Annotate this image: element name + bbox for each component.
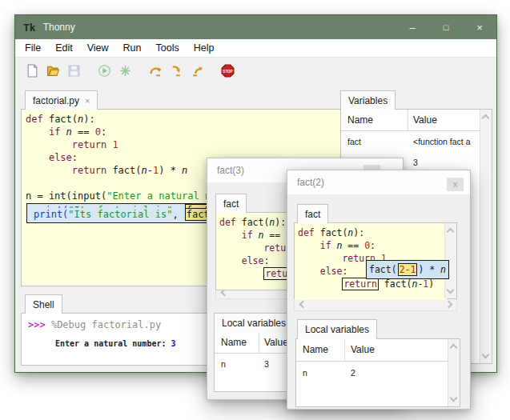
shell-tab-label: Shell xyxy=(33,299,54,310)
variable-row-value[interactable]: <function fact a xyxy=(413,137,480,146)
shell-stdout: Enter a natural number: xyxy=(55,339,171,348)
local-col-value[interactable]: Value xyxy=(351,344,375,355)
tab-close-icon[interactable]: × xyxy=(85,96,90,106)
toolbar: STOP xyxy=(15,57,496,84)
scroll-left-icon[interactable] xyxy=(297,300,305,308)
step-over-icon[interactable] xyxy=(148,63,163,78)
menu-item-view[interactable]: View xyxy=(80,41,116,55)
menubar: File Edit View Run Tools Help xyxy=(15,39,496,57)
local-row-name[interactable]: n xyxy=(303,368,341,378)
column-divider[interactable] xyxy=(344,339,345,361)
open-file-icon[interactable] xyxy=(46,63,61,78)
local-col-value[interactable]: Value xyxy=(264,337,288,348)
variables-scrollbar[interactable] xyxy=(480,110,492,363)
evaluated-expression: fact(2-1) * n xyxy=(369,264,446,275)
evaluated-expression-box: fact(2-1) * n xyxy=(366,260,449,279)
scroll-down-icon[interactable] xyxy=(481,352,489,360)
desktop: Tk Thonny – □ × File Edit View Run Tools… xyxy=(0,0,510,420)
menu-item-file[interactable]: File xyxy=(18,41,48,55)
column-divider[interactable] xyxy=(259,333,259,353)
thonny-logo-icon: Tk xyxy=(23,22,36,34)
debug-frame-window-fact2: fact(2) x fact def fact(n): if n == 0: r… xyxy=(287,170,471,410)
local-row-value[interactable]: 2 xyxy=(351,368,415,378)
variable-row-value[interactable]: 3 xyxy=(413,158,480,167)
shell-prompt: >>> xyxy=(28,319,46,330)
scroll-up-icon[interactable] xyxy=(481,113,489,121)
variables-tab[interactable]: Variables xyxy=(340,90,396,110)
variables-col-value[interactable]: Value xyxy=(413,114,437,126)
step-out-icon[interactable] xyxy=(190,63,205,78)
debug-script-icon[interactable] xyxy=(118,63,133,78)
step-into-icon[interactable] xyxy=(169,63,184,78)
header-underline xyxy=(341,130,480,131)
variables-col-name[interactable]: Name xyxy=(347,114,373,126)
local-variables-tab[interactable]: Local variables xyxy=(297,319,377,339)
stop-icon[interactable]: STOP xyxy=(220,63,235,78)
function-tab-label: fact xyxy=(305,209,320,220)
titlebar[interactable]: Tk Thonny – □ × xyxy=(15,15,496,39)
shell-tab[interactable]: Shell xyxy=(25,294,62,314)
minimize-button[interactable]: – xyxy=(396,15,429,39)
function-tab-label: fact xyxy=(223,198,239,210)
close-button[interactable]: × xyxy=(463,15,496,39)
new-file-icon[interactable] xyxy=(25,63,40,78)
window-title: Thonny xyxy=(43,22,75,33)
local-variables-scrollbar[interactable] xyxy=(448,339,460,406)
maximize-button[interactable]: □ xyxy=(429,15,463,39)
menu-item-run[interactable]: Run xyxy=(116,41,149,55)
svg-text:STOP: STOP xyxy=(223,70,232,74)
local-variables-tab-label: Local variables xyxy=(305,324,369,335)
scroll-right-icon[interactable] xyxy=(446,300,454,308)
editor-tab-factorial[interactable]: factorial.py × xyxy=(25,90,98,110)
scroll-down-icon[interactable] xyxy=(446,287,454,295)
local-col-name[interactable]: Name xyxy=(221,337,247,348)
function-tab-fact[interactable]: fact xyxy=(215,194,247,213)
scroll-up-icon[interactable] xyxy=(449,342,457,350)
window-controls: – □ × xyxy=(396,15,496,39)
dialog-titlebar[interactable]: fact(2) x xyxy=(287,170,470,194)
local-variables-tab[interactable]: Local variables xyxy=(214,313,294,333)
run-script-icon[interactable] xyxy=(97,63,112,78)
local-col-name[interactable]: Name xyxy=(303,344,328,355)
close-button[interactable]: x xyxy=(447,178,464,191)
column-divider[interactable] xyxy=(408,110,408,130)
menu-item-tools[interactable]: Tools xyxy=(149,41,187,55)
save-file-icon[interactable] xyxy=(66,63,82,78)
active-statement-code: print("Its factorial is", fact(3)) xyxy=(34,208,235,221)
local-variables-tab-label: Local variables xyxy=(222,318,286,329)
scroll-up-icon[interactable] xyxy=(446,226,454,234)
dialog-title: fact(3) xyxy=(217,165,244,176)
header-underline xyxy=(296,361,448,362)
editor-tab-label: factorial.py xyxy=(33,95,79,106)
shell-stdin-echo: 3 xyxy=(171,339,176,348)
local-row-name[interactable]: n xyxy=(221,359,256,369)
local-variables-table: Name Value n 2 xyxy=(295,338,460,407)
function-tab-fact[interactable]: fact xyxy=(297,204,328,223)
variables-tab-label: Variables xyxy=(348,95,388,106)
menu-item-edit[interactable]: Edit xyxy=(48,41,80,55)
shell-command: %Debug factorial.py xyxy=(51,319,161,330)
variable-row-name[interactable]: fact xyxy=(347,137,404,146)
scroll-down-icon[interactable] xyxy=(449,395,457,403)
dialog-title: fact(2) xyxy=(297,177,324,188)
menu-item-help[interactable]: Help xyxy=(187,41,222,55)
